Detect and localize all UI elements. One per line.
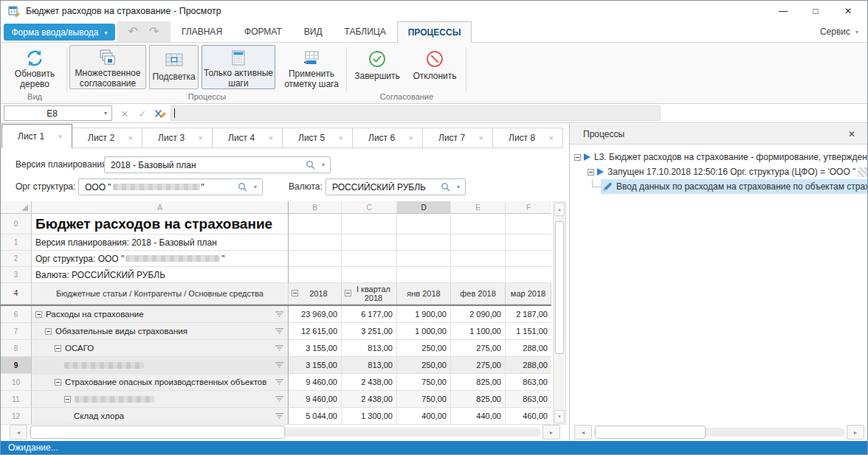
formula-input[interactable] [170, 105, 661, 121]
cell-value[interactable]: 1 000,00 [397, 323, 451, 340]
filter-icon[interactable] [275, 310, 283, 318]
row-number[interactable]: 6 [1, 306, 32, 323]
minimize-button[interactable]: — [767, 1, 799, 21]
cell-value[interactable]: 3 155,00 [289, 340, 342, 357]
scrollbar-thumb[interactable] [30, 426, 285, 439]
tab-glavnaya[interactable]: ГЛАВНАЯ [170, 21, 233, 42]
cell-value[interactable]: 440,00 [451, 408, 506, 425]
close-icon[interactable]: × [409, 133, 413, 142]
collapse-icon[interactable] [345, 290, 351, 296]
cancel-icon[interactable]: ✕ [117, 106, 132, 121]
insert-function-icon[interactable] [153, 106, 168, 121]
cell-value[interactable]: 863,00 [506, 391, 551, 408]
cell-value[interactable]: 1 300,00 [342, 408, 397, 425]
column-header-c[interactable]: C [342, 201, 397, 214]
tab-tablitsa[interactable]: ТАБЛИЦА [334, 21, 397, 42]
budget-item-cell[interactable] [32, 357, 289, 374]
cell-value[interactable]: 2 438,00 [342, 391, 397, 408]
org-combo[interactable]: ООО "" ▾ [78, 178, 263, 195]
empty-cell[interactable] [451, 214, 506, 235]
apply-step-mark-button[interactable]: Применить отметку шага [278, 45, 345, 89]
cell-value[interactable]: 460,00 [506, 408, 551, 425]
collapse-icon[interactable] [45, 328, 52, 335]
table-row[interactable]: 12 Склад хлора 5 044,00 1 300,00 400,00 … [1, 408, 551, 425]
cell-value[interactable]: 250,00 [397, 340, 451, 357]
tab-format[interactable]: ФОРМАТ [233, 21, 293, 42]
empty-cell[interactable] [397, 235, 451, 251]
cell-value[interactable]: 813,00 [342, 357, 397, 374]
dimension-header-cell[interactable]: Бюджетные статьи / Контрагенты / Основны… [32, 283, 289, 305]
info-cell[interactable]: Валюта: РОССИЙСКИЙ РУБЛЬ [32, 267, 289, 283]
scroll-right-icon[interactable]: ► [847, 425, 864, 440]
undo-icon[interactable]: ↶ [128, 26, 138, 38]
empty-cell[interactable] [289, 214, 342, 235]
cell-value[interactable]: 2 090,00 [451, 306, 506, 323]
empty-cell[interactable] [342, 267, 397, 283]
cell-value[interactable]: 275,00 [451, 340, 506, 357]
table-row[interactable]: 6 Расходы на страхование 23 969,00 6 177… [1, 306, 551, 323]
empty-cell[interactable] [342, 251, 397, 267]
table-row[interactable]: 11 9 460,00 2 438,00 750,00 825,00 863,0… [1, 391, 551, 408]
service-menu[interactable]: Сервис ▾ [820, 21, 858, 42]
budget-item-cell[interactable]: ОСАГО [32, 340, 289, 357]
cell-value[interactable]: 9 460,00 [289, 374, 342, 391]
cell-value[interactable]: 3 251,00 [342, 323, 397, 340]
period-header-2018[interactable]: 2018 [289, 283, 342, 305]
sheet-tab-list2[interactable]: Лист 2 × [72, 128, 142, 148]
sheet-tab-list5[interactable]: Лист 5 × [282, 128, 353, 148]
confirm-icon[interactable]: ✓ [135, 106, 150, 121]
chevron-down-icon[interactable]: ▾ [249, 184, 262, 190]
collapse-icon[interactable] [574, 154, 581, 161]
cell-value[interactable]: 750,00 [397, 391, 451, 408]
finish-button[interactable]: Завершить [351, 45, 404, 89]
empty-cell[interactable] [397, 267, 451, 283]
empty-cell[interactable] [451, 251, 506, 267]
cell-value[interactable]: 6 177,00 [342, 306, 397, 323]
multi-approval-button[interactable]: Множественное согласование [69, 45, 146, 89]
column-header-d-selected[interactable]: D [397, 201, 451, 214]
row-number[interactable]: 7 [1, 323, 32, 340]
scrollbar-track[interactable] [593, 428, 845, 437]
sheet-title-cell[interactable]: Бюджет расходов на страхование [32, 214, 289, 235]
row-number[interactable]: 8 [1, 340, 32, 357]
sheet-tab-list7[interactable]: Лист 7 × [422, 128, 493, 148]
reject-button[interactable]: Отклонить [407, 45, 463, 89]
close-icon[interactable]: × [479, 133, 483, 142]
collapse-icon[interactable] [588, 169, 594, 176]
search-icon[interactable] [441, 182, 450, 192]
chevron-down-icon[interactable]: ▾ [100, 110, 111, 117]
tab-protsessy[interactable]: ПРОЦЕССЫ [397, 21, 472, 43]
close-icon[interactable]: × [128, 133, 133, 142]
cell-value[interactable]: 1 900,00 [397, 306, 451, 323]
info-cell[interactable]: Версия планирования: 2018 - Базовый план [32, 235, 289, 251]
scroll-left-icon[interactable]: ◄ [574, 425, 592, 440]
row-number[interactable]: 11 [1, 391, 32, 408]
scroll-down-icon[interactable]: ▼ [554, 410, 565, 423]
empty-cell[interactable] [289, 235, 342, 251]
row-number[interactable]: 10 [1, 374, 32, 391]
close-icon[interactable]: × [339, 133, 343, 142]
row-number[interactable]: 12 [1, 408, 32, 425]
cell-value[interactable]: 9 460,00 [289, 391, 342, 408]
period-header-mar[interactable]: мар 2018 [506, 283, 551, 305]
budget-item-cell[interactable]: Обязательные виды страхования [32, 323, 289, 340]
period-header-jan[interactable]: янв 2018 [397, 283, 451, 305]
tab-vid[interactable]: ВИД [293, 21, 334, 42]
empty-cell[interactable] [506, 214, 551, 235]
budget-item-cell[interactable] [32, 391, 289, 408]
redo-icon[interactable]: ↷ [149, 26, 159, 38]
empty-cell[interactable] [451, 235, 506, 251]
sheet-tab-list4[interactable]: Лист 4 × [212, 128, 283, 148]
cell-value[interactable]: 23 969,00 [289, 306, 342, 323]
chevron-down-icon[interactable]: ▾ [317, 161, 330, 168]
cell-value[interactable]: 825,00 [451, 391, 506, 408]
filter-icon[interactable] [275, 395, 283, 403]
budget-item-cell[interactable]: Склад хлора [32, 408, 289, 425]
period-header-feb[interactable]: фев 2018 [451, 283, 506, 305]
row-number[interactable]: 1 [1, 235, 32, 251]
empty-cell[interactable] [397, 251, 451, 267]
table-row[interactable]: 8 ОСАГО 3 155,00 813,00 250,00 275,00 28… [1, 340, 551, 357]
cell-value[interactable]: 863,00 [506, 374, 551, 391]
refresh-tree-button[interactable]: Обновить дерево [5, 45, 64, 89]
cell-value[interactable]: 1 100,00 [451, 323, 506, 340]
